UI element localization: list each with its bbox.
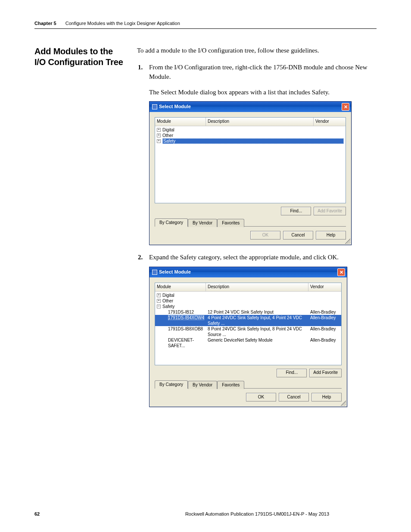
step-number: 2.: [138, 253, 143, 262]
expand-icon[interactable]: +: [157, 299, 161, 303]
help-button[interactable]: Help: [316, 231, 346, 240]
close-icon[interactable]: ✕: [337, 268, 345, 276]
running-head: Chapter 5 Configure Modules with the Log…: [34, 21, 377, 29]
step-subtext: The Select Module dialog box appears wit…: [149, 88, 377, 97]
tree-node[interactable]: +Other: [155, 133, 346, 138]
listview-body[interactable]: +Digital+Other+Safety: [155, 126, 346, 203]
page-footer: 62 Rockwell Automation Publication 1791D…: [34, 511, 377, 516]
tree-node[interactable]: −Safety: [155, 304, 341, 309]
tree-node[interactable]: +Other: [155, 298, 341, 304]
find-button[interactable]: Find...: [281, 207, 311, 215]
module-vendor: Allen-Bradley: [308, 309, 341, 315]
col-module[interactable]: Module: [155, 283, 206, 291]
ok-button[interactable]: OK: [246, 393, 276, 401]
step-1: 1. From the I/O Configuration tree, righ…: [149, 63, 377, 245]
find-button[interactable]: Find...: [277, 369, 307, 377]
col-description[interactable]: Description: [206, 283, 308, 291]
tree-node-label: Safety: [162, 138, 344, 144]
step-number: 1.: [138, 63, 143, 72]
tab-by-category[interactable]: By Category: [155, 380, 188, 389]
listview-header: Module Description Vendor: [155, 118, 346, 126]
tree-node-label: Digital: [162, 292, 174, 298]
publication-info: Rockwell Automation Publication 1791DS-U…: [138, 511, 377, 516]
module-vendor: Allen-Bradley: [308, 337, 341, 348]
titlebar: Select Module ✕: [149, 267, 347, 277]
module-vendor: Allen-Bradley: [308, 326, 341, 337]
col-module[interactable]: Module: [155, 118, 206, 126]
step-text: From the I/O Configuration tree, right-c…: [149, 64, 367, 80]
tree-node[interactable]: +Digital: [155, 292, 341, 298]
module-row[interactable]: 1791DS-IB8XOB88 Point 24VDC Sink Safety …: [155, 326, 341, 337]
select-module-dialog-1: Select Module ✕ Module Description Vendo…: [149, 101, 352, 245]
step-text: Expand the Safety category, select the a…: [149, 254, 339, 261]
tree-node-label: Safety: [162, 304, 174, 309]
cancel-button[interactable]: Cancel: [283, 231, 313, 240]
module-name: 1791DS-IB12: [155, 309, 206, 315]
tree-node[interactable]: +Digital: [155, 127, 346, 133]
col-vendor[interactable]: Vendor: [314, 118, 346, 126]
module-description: Generic DeviceNet Safety Module: [206, 337, 308, 348]
module-name: 1791DS-IB4XOW4: [155, 315, 206, 326]
select-module-dialog-2: Select Module ✕ Module Description Vendo…: [149, 267, 347, 407]
col-vendor[interactable]: Vendor: [308, 283, 341, 291]
module-name: 1791DS-IB8XOB8: [155, 326, 206, 337]
expand-icon[interactable]: +: [157, 139, 161, 143]
chapter-label: Chapter 5: [34, 21, 56, 26]
tab-by-vendor[interactable]: By Vendor: [188, 381, 217, 389]
step-2: 2. Expand the Safety category, select th…: [149, 253, 377, 407]
tab-by-category[interactable]: By Category: [155, 218, 188, 227]
tree-node-label: Other: [162, 133, 173, 138]
listview-header: Module Description Vendor: [155, 283, 341, 292]
tab-favorites[interactable]: Favorites: [217, 381, 244, 389]
page-number: 62: [34, 511, 138, 516]
cancel-button[interactable]: Cancel: [279, 393, 309, 401]
resize-grip[interactable]: [345, 239, 350, 244]
module-description: 4 Point 24VDC Sink Safety Input, 4 Point…: [206, 315, 308, 326]
tab-strip: By Category By Vendor Favorites: [155, 380, 342, 389]
module-description: 12 Point 24 VDC Sink Safety Input: [206, 309, 308, 315]
app-icon: [152, 104, 157, 109]
dialog-title: Select Module: [159, 269, 191, 276]
expand-icon[interactable]: +: [157, 293, 161, 297]
expand-icon[interactable]: +: [157, 134, 161, 137]
col-description[interactable]: Description: [206, 118, 314, 126]
titlebar: Select Module ✕: [149, 102, 351, 112]
close-icon[interactable]: ✕: [342, 103, 349, 111]
module-listview[interactable]: Module Description Vendor +Digital+Other…: [155, 283, 342, 365]
tab-by-vendor[interactable]: By Vendor: [188, 219, 217, 227]
tab-favorites[interactable]: Favorites: [217, 219, 244, 227]
tab-strip: By Category By Vendor Favorites: [155, 218, 346, 227]
ok-button[interactable]: OK: [250, 231, 280, 240]
chapter-title: Configure Modules with the Logix Designe…: [65, 21, 180, 26]
collapse-icon[interactable]: −: [157, 305, 161, 308]
module-row[interactable]: 1791DS-IB4XOW44 Point 24VDC Sink Safety …: [155, 315, 341, 326]
app-icon: [152, 270, 157, 275]
add-favorite-button[interactable]: Add Favorite: [314, 207, 346, 215]
module-vendor: Allen-Bradley: [308, 315, 341, 326]
listview-body[interactable]: +Digital+Other−Safety1791DS-IB1212 Point…: [155, 292, 341, 365]
module-name: DEVICENET-SAFET...: [155, 337, 206, 348]
expand-icon[interactable]: +: [157, 128, 161, 132]
section-title: Add Modules to the I/O Configuration Tre…: [34, 46, 125, 68]
module-row[interactable]: DEVICENET-SAFET...Generic DeviceNet Safe…: [155, 337, 341, 348]
module-description: 8 Point 24VDC Sink Safety Input, 8 Point…: [206, 326, 308, 337]
add-favorite-button[interactable]: Add Favorite: [309, 369, 342, 377]
help-button[interactable]: Help: [311, 393, 342, 401]
resize-grip[interactable]: [341, 401, 346, 406]
tree-node[interactable]: +Safety: [155, 138, 346, 144]
tree-node-label: Digital: [162, 127, 174, 133]
module-listview[interactable]: Module Description Vendor +Digital+Other…: [155, 117, 346, 203]
dialog-title: Select Module: [159, 103, 191, 110]
module-row[interactable]: 1791DS-IB1212 Point 24 VDC Sink Safety I…: [155, 309, 341, 315]
intro-paragraph: To add a module to the I/O configuration…: [137, 46, 377, 55]
tree-node-label: Other: [162, 298, 173, 304]
